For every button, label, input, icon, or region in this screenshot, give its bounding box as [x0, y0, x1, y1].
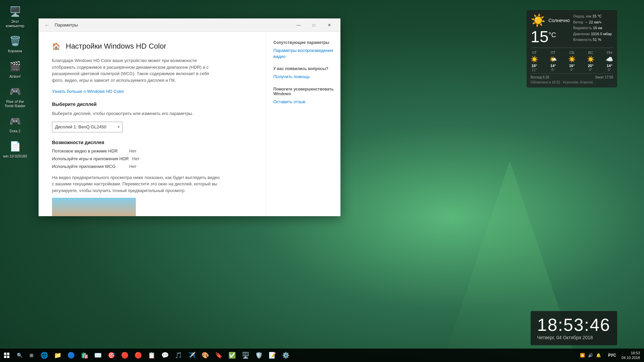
desktop-icon-tomb-raider[interactable]: 🎮 Rise of the Tomb Raider [2, 83, 29, 110]
weather-sun-times: Восход 6:26 Закат 17:58 [531, 73, 613, 79]
tomb-raider-icon: 🎮 [8, 85, 22, 98]
preview-description: На видео предварительного просмотра ниже… [52, 174, 220, 194]
weather-day-sun: ВС ☀️ 20° 4° [587, 51, 594, 72]
taskbar-icon-chrome[interactable]: 🔵 [64, 349, 78, 362]
page-title: Настройки Windows HD Color [66, 42, 166, 51]
weather-pressure: Давление 1016.0 мбар [573, 31, 613, 37]
home-icon: 🏠 [52, 42, 60, 50]
window-title: Параметры [55, 22, 291, 27]
taskbar-network-icon[interactable]: 🔼 [579, 349, 587, 362]
window-controls: — □ ✕ [291, 20, 337, 30]
desktop-icon-action[interactable]: 🎬 Action! [2, 58, 29, 80]
sidebar-questions-section: У вас появились вопросы? Получить помощь [273, 66, 334, 80]
weather-left: ☀️ Солнечно 15 °C [531, 13, 570, 45]
sidebar-questions-title: У вас появились вопросы? [273, 66, 334, 71]
back-button[interactable]: ← [42, 20, 52, 30]
desktop-icon-word[interactable]: 📄 win 10 020180 [2, 138, 29, 160]
taskbar-task-view-button[interactable]: ⊞ [25, 349, 38, 362]
svg-rect-7 [4, 353, 6, 355]
taskbar-icon-skype[interactable]: 💬 [158, 349, 172, 362]
chevron-down-icon: ▾ [118, 125, 119, 129]
taskbar-icon-mail[interactable]: ✉️ [91, 349, 105, 362]
desktop-icon-dota2[interactable]: 🎮 Dota 2 [2, 113, 29, 135]
taskbar-search-button[interactable]: 🔍 [13, 349, 25, 362]
minimize-button[interactable]: — [291, 20, 306, 30]
taskbar-icon-explorer[interactable]: 📁 [51, 349, 64, 362]
weather-sunset: Закат 17:58 [595, 75, 613, 79]
taskbar-icon-word[interactable]: 📝 [266, 349, 279, 362]
taskbar-app-icons: 🌐 📁 🔵 🛍️ ✉️ 🎯 🔴 🔴 📋 💬 🎵 ✈️ 🎨 🔖 ✅ 🖥️ 🛡️ 📝… [38, 349, 576, 362]
taskbar-icon-app3[interactable]: 🔴 [131, 349, 145, 362]
capability-row-games: Используйте игры и приложения HDR Нет [52, 156, 253, 161]
desktop: 🖥️ Этот компьютер 🗑️ Корзина 🎬 Action! 🎮… [0, 0, 644, 362]
sidebar-related-section: Сопутствующие параметры Параметры воспро… [273, 40, 334, 60]
taskbar-icon-app6[interactable]: 🎨 [199, 349, 212, 362]
clock-date: Четверг, 04 Октября 2018 [537, 335, 610, 340]
settings-sidebar: Сопутствующие параметры Параметры воспро… [267, 32, 340, 216]
taskbar-icon-app4[interactable]: 📋 [145, 349, 158, 362]
display-description: Выберите дисплей, чтобы просмотреть или … [52, 110, 220, 117]
display-section-title: Выберите дисплей [52, 102, 253, 107]
capability-value-streaming: Нет [129, 148, 137, 154]
taskbar-icon-edge[interactable]: 🌐 [38, 349, 51, 362]
taskbar-clock: 18:53 04.10.2018 [619, 351, 643, 360]
taskbar-icon-store[interactable]: 🛍️ [78, 349, 91, 362]
taskbar-icon-app1[interactable]: 🎯 [105, 349, 118, 362]
display-selected-value: Дисплей 1: BenQ GL2450 [55, 124, 106, 129]
weather-day-fri: ПТ 🌤️ 14° 8° [549, 51, 557, 72]
desktop-icon-basket[interactable]: 🗑️ Корзина [2, 33, 29, 55]
learn-more-link[interactable]: Узнать больше о Windows HD Color [52, 89, 124, 94]
weather-details: Ощущ. как 15 °C Ветер → 22 км/ч Видимост… [573, 13, 613, 43]
sidebar-video-playback-link[interactable]: Параметры воспроизведения видео [273, 48, 334, 60]
capability-value-games: Нет [132, 156, 140, 161]
weather-sunrise: Восход 6:26 [531, 75, 549, 79]
desktop-icon-my-computer[interactable]: 🖥️ Этот компьютер [2, 3, 29, 29]
page-description: Благодаря Windows HD Color ваше устройст… [52, 57, 220, 83]
taskbar-volume-icon[interactable]: 🔊 [587, 349, 595, 362]
weather-day-mon: ПН ☁️ 14° 6° [606, 51, 613, 72]
sidebar-improve-section: Помогите усовершенствовать Windows Остав… [273, 87, 334, 105]
taskbar-icon-app5[interactable]: 🎵 [172, 349, 185, 362]
svg-rect-9 [4, 356, 6, 358]
display-dropdown[interactable]: Дисплей 1: BenQ GL2450 ▾ [52, 122, 122, 132]
start-button[interactable] [0, 349, 13, 362]
action-icon: 🎬 [8, 60, 22, 73]
word-icon: 📄 [8, 139, 22, 153]
close-button[interactable]: ✕ [322, 20, 337, 30]
sidebar-feedback-link[interactable]: Оставить отзыв [273, 99, 334, 105]
sidebar-improve-title: Помогите усовершенствовать Windows [273, 87, 334, 96]
action-label: Action! [9, 74, 21, 79]
capability-label-games: Используйте игры и приложения HDR [52, 156, 129, 161]
svg-rect-8 [7, 353, 9, 355]
taskbar-language[interactable]: РУС [605, 353, 619, 358]
weather-humidity: Влажность 51 % [573, 37, 613, 43]
svg-rect-10 [7, 356, 9, 358]
page-header: 🏠 Настройки Windows HD Color [52, 42, 253, 51]
taskbar-icon-telegram[interactable]: ✈️ [185, 349, 199, 362]
sidebar-help-link[interactable]: Получить помощь [273, 74, 334, 80]
capability-row-streaming: Потоковое видео в режиме HDR Нет [52, 148, 253, 154]
taskbar: 🔍 ⊞ 🌐 📁 🔵 🛍️ ✉️ 🎯 🔴 🔴 📋 💬 🎵 ✈️ 🎨 🔖 ✅ 🖥️ … [0, 349, 644, 362]
window-titlebar: ← Параметры — □ ✕ [39, 18, 340, 32]
taskbar-time-display: 18:53 [622, 351, 640, 355]
maximize-button[interactable]: □ [306, 20, 322, 30]
settings-main: 🏠 Настройки Windows HD Color Благодаря W… [39, 32, 267, 216]
back-arrow-icon: ← [45, 22, 49, 28]
taskbar-icon-app9[interactable]: 🖥️ [239, 349, 252, 362]
tomb-raider-label: Rise of the Tomb Raider [3, 100, 27, 108]
word-label: win 10 020180 [3, 154, 27, 159]
taskbar-notification-icon[interactable]: 🔔 [595, 349, 603, 362]
capability-row-wcg: Используйте приложения WCG Нет [52, 164, 253, 169]
search-icon: 🔍 [17, 353, 22, 358]
weather-top: ☀️ Солнечно 15 °C Ощущ. как 15 °C Ветер … [531, 13, 613, 45]
dota2-icon: 🎮 [8, 114, 22, 128]
clock-widget: 18:53:46 Четверг, 04 Октября 2018 [531, 311, 617, 345]
taskbar-icon-app10[interactable]: 🛡️ [252, 349, 266, 362]
weather-day-thu: ЧТ ☀️ 18° 11° [531, 51, 538, 72]
taskbar-icon-app7[interactable]: 🔖 [212, 349, 225, 362]
taskbar-icon-app8[interactable]: ✅ [225, 349, 239, 362]
taskbar-icon-app2[interactable]: 🔴 [118, 349, 131, 362]
weather-temperature: 15 °C [531, 29, 570, 45]
taskbar-icon-settings-app[interactable]: ⚙️ [279, 349, 292, 362]
weather-wind: Ветер → 22 км/ч [573, 19, 613, 25]
